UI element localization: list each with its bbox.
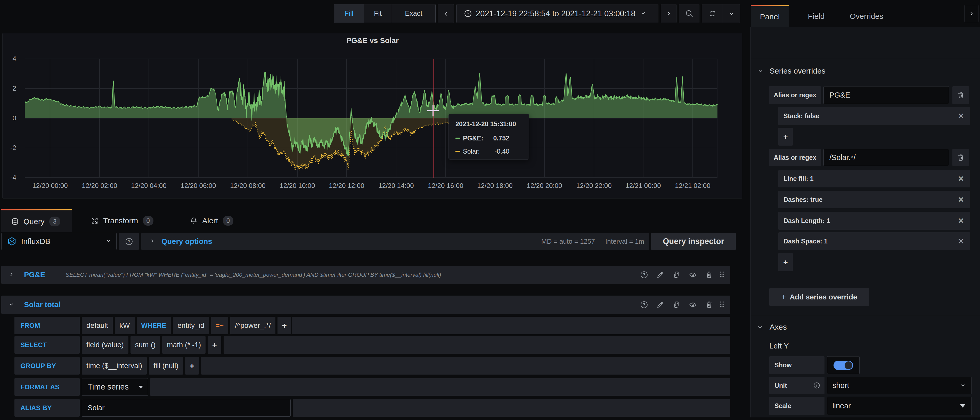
- svg-text:?: ?: [643, 272, 646, 277]
- svg-text:4: 4: [13, 55, 16, 62]
- svg-text:12/20 00:00: 12/20 00:00: [32, 182, 68, 190]
- svg-text:12/20 12:00: 12/20 12:00: [329, 182, 364, 190]
- svg-text:12/20 06:00: 12/20 06:00: [181, 182, 216, 190]
- svg-text:12/20 02:00: 12/20 02:00: [82, 182, 117, 190]
- svg-text:-2: -2: [10, 144, 16, 152]
- svg-text:0: 0: [13, 114, 16, 122]
- svg-text:12/20 18:00: 12/20 18:00: [477, 182, 512, 190]
- svg-text:12/20 16:00: 12/20 16:00: [428, 182, 463, 190]
- svg-text:?: ?: [643, 302, 646, 307]
- svg-text:12/21 00:00: 12/21 00:00: [625, 182, 661, 190]
- svg-text:12/20 10:00: 12/20 10:00: [280, 182, 315, 190]
- svg-text:12/20 22:00: 12/20 22:00: [576, 182, 611, 190]
- svg-text:2: 2: [13, 85, 16, 92]
- svg-text:-4: -4: [10, 174, 16, 181]
- svg-text:12/21 02:00: 12/21 02:00: [675, 182, 710, 190]
- svg-text:12/20 04:00: 12/20 04:00: [131, 182, 166, 190]
- svg-text:?: ?: [128, 239, 130, 243]
- svg-text:12/20 14:00: 12/20 14:00: [378, 182, 414, 190]
- svg-text:12/20 20:00: 12/20 20:00: [527, 182, 562, 190]
- svg-text:12/20 08:00: 12/20 08:00: [230, 182, 266, 190]
